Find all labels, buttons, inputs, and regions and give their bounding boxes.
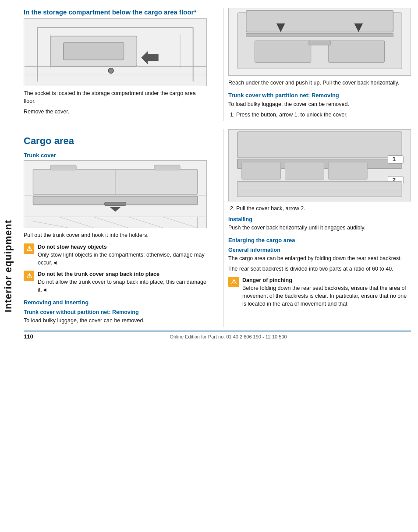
svg-rect-14 xyxy=(246,11,393,32)
warning-snap-back: ⚠ Do not let the trunk cover snap back i… xyxy=(24,270,207,294)
general-body2: The rear seat backrest is divided into t… xyxy=(228,265,411,273)
enlarging-heading: Enlarging the cargo area xyxy=(228,237,411,243)
general-body1: The cargo area can be enlarged by foldin… xyxy=(228,254,411,262)
danger-pinching: ⚠ Danger of pinching Before folding down… xyxy=(228,276,411,308)
warning2-title: Do not let the trunk cover snap back int… xyxy=(38,270,207,278)
storage-compartment-image xyxy=(24,18,207,86)
without-net-body: To load bulky luggage, the cover can be … xyxy=(24,317,207,324)
footer-text: Online Edition for Part no. 01 40 2 606 … xyxy=(46,334,411,339)
svg-rect-25 xyxy=(50,165,76,170)
svg-point-6 xyxy=(108,68,113,73)
step-1: Press the button, arrow 1, to unlock the… xyxy=(236,111,411,119)
warning-heavy-objects: ⚠ Do not stow heavy objects Only stow li… xyxy=(24,243,207,267)
warning-icon-1: ⚠ xyxy=(24,243,34,254)
danger-title: Danger of pinching xyxy=(242,276,411,284)
cargo-area-right: 1 2 Pull the cover back, arrow 2. Instal… xyxy=(223,129,411,327)
cargo-area-heading: Cargo area xyxy=(24,135,207,147)
step-2: Pull the cover back, arrow 2. xyxy=(236,204,411,212)
trunk-cover-heading: Trunk cover xyxy=(24,152,207,159)
svg-rect-26 xyxy=(154,165,180,170)
steps-list: Press the button, arrow 1, to unlock the… xyxy=(228,111,411,119)
page-footer: 110 Online Edition for Part no. 01 40 2 … xyxy=(24,331,411,340)
sidebar-label: Interior equipment xyxy=(0,0,17,532)
top-left-heading: In the storage compartment below the car… xyxy=(24,8,207,17)
cargo-area-left: Cargo area Trunk cover xyxy=(24,129,211,327)
top-left-body1: The socket is located in the storage com… xyxy=(24,89,207,105)
installing-body: Push the cover back horizontally until i… xyxy=(228,224,411,232)
svg-rect-18 xyxy=(255,41,311,62)
svg-rect-46 xyxy=(237,182,402,197)
top-left-section: In the storage compartment below the car… xyxy=(24,8,211,121)
svg-rect-49 xyxy=(242,162,281,180)
page-number: 110 xyxy=(24,333,46,340)
steps-list-2: Pull the cover back, arrow 2. xyxy=(228,204,411,212)
danger-icon: ⚠ xyxy=(228,277,239,287)
top-right-section: Reach under the cover and push it up. Pu… xyxy=(223,8,411,121)
removing-inserting-heading: Removing and inserting xyxy=(24,299,207,306)
svg-rect-50 xyxy=(285,162,324,180)
svg-rect-40 xyxy=(237,132,402,158)
top-left-body2: Remove the cover. xyxy=(24,108,207,116)
warning1-body: Only stow light objects in the compartme… xyxy=(38,251,207,267)
partition-cover-image: 1 2 xyxy=(228,129,411,201)
svg-rect-28 xyxy=(104,202,126,206)
trunk-cover-image xyxy=(24,160,207,228)
cover-push-image xyxy=(228,8,411,76)
warning1-title: Do not stow heavy objects xyxy=(38,243,207,251)
svg-rect-4 xyxy=(64,42,124,60)
svg-rect-17 xyxy=(246,33,393,37)
trunk-cover-partition-heading: Trunk cover with partition net: Removing xyxy=(228,92,411,99)
trunk-cover-partition-body: To load bulky luggage, the cover can be … xyxy=(228,100,411,108)
trunk-body: Pull out the trunk cover and hook it int… xyxy=(24,231,207,239)
warning2-body: Do not allow the trunk cover to snap bac… xyxy=(38,278,207,294)
svg-rect-19 xyxy=(328,41,384,62)
svg-rect-51 xyxy=(328,162,367,180)
svg-text:1: 1 xyxy=(393,155,396,162)
svg-rect-20 xyxy=(309,41,330,45)
general-info-heading: General information xyxy=(228,247,411,253)
top-right-body: Reach under the cover and push it up. Pu… xyxy=(228,79,411,87)
danger-body: Before folding down the rear seat backre… xyxy=(242,284,411,308)
installing-heading: Installing xyxy=(228,216,411,222)
warning-icon-2: ⚠ xyxy=(24,271,34,281)
without-net-heading: Trunk cover without partition net: Remov… xyxy=(24,309,207,315)
